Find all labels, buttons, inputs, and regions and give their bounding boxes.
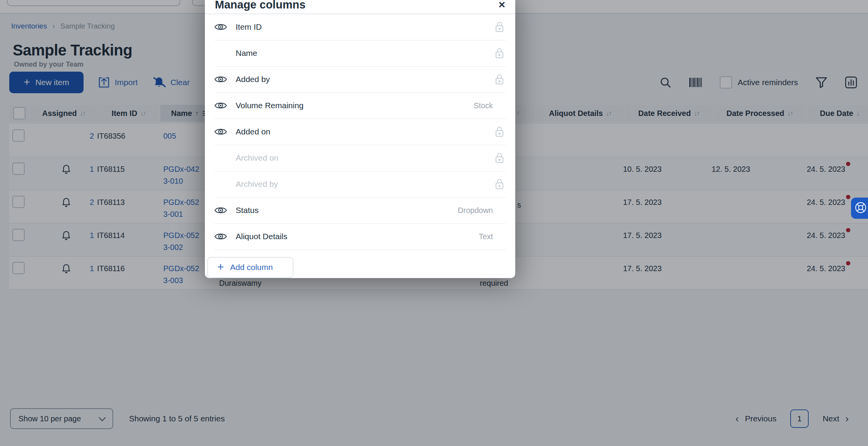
help-button[interactable] — [851, 198, 868, 219]
visibility-eye-icon[interactable] — [214, 22, 236, 32]
column-name-label: Added by — [236, 75, 493, 84]
manage-column-row[interactable]: StatusDropdown — [214, 198, 506, 224]
lock-icon — [493, 126, 506, 137]
column-name-label: Archived by — [236, 179, 493, 189]
modal-header: Manage columns × — [205, 0, 515, 14]
manage-column-row[interactable]: Item ID — [214, 14, 506, 40]
close-icon[interactable]: × — [498, 0, 505, 10]
manage-column-row[interactable]: Archived by — [214, 171, 506, 198]
lock-icon — [493, 47, 506, 59]
manage-column-row[interactable]: Added by — [214, 67, 506, 93]
modal-column-list: Item IDNameAdded byVolume RemainingStock… — [205, 14, 515, 250]
lock-icon — [493, 21, 506, 33]
manage-column-row[interactable]: Volume RemainingStock — [214, 93, 506, 119]
column-name-label: Archived on — [236, 153, 493, 163]
column-name-label: Aliquot Details — [236, 232, 479, 241]
manage-column-row[interactable]: Added on — [214, 119, 506, 145]
column-type-label: Text — [479, 232, 493, 241]
manage-column-row[interactable]: Archived on — [214, 145, 506, 171]
lock-icon — [493, 152, 506, 164]
lock-icon — [493, 74, 506, 85]
life-ring-icon — [854, 201, 867, 215]
column-name-label: Item ID — [236, 22, 493, 32]
add-column-label: Add column — [230, 263, 273, 272]
visibility-eye-icon[interactable] — [214, 75, 236, 84]
modal-title: Manage columns — [215, 0, 305, 11]
manage-column-row[interactable]: Aliquot DetailsText — [214, 224, 506, 250]
column-type-label: Dropdown — [458, 206, 493, 215]
manage-columns-modal: Manage columns × Item IDNameAdded byVolu… — [205, 0, 515, 278]
add-column-button[interactable]: + Add column — [207, 257, 293, 278]
plus-icon: + — [217, 261, 224, 273]
visibility-eye-icon[interactable] — [214, 206, 236, 215]
visibility-eye-icon[interactable] — [214, 127, 236, 136]
column-type-label: Stock — [474, 101, 493, 110]
manage-column-row[interactable]: Name — [214, 40, 506, 67]
lock-icon — [493, 178, 506, 190]
visibility-eye-icon[interactable] — [214, 232, 236, 241]
column-name-label: Status — [236, 206, 458, 215]
column-name-label: Added on — [236, 127, 493, 136]
column-name-label: Volume Remaining — [236, 101, 474, 110]
column-name-label: Name — [236, 49, 493, 58]
visibility-eye-icon[interactable] — [214, 101, 236, 110]
app-root: Inventories › Sample Tracking Sample Tra… — [0, 0, 868, 446]
